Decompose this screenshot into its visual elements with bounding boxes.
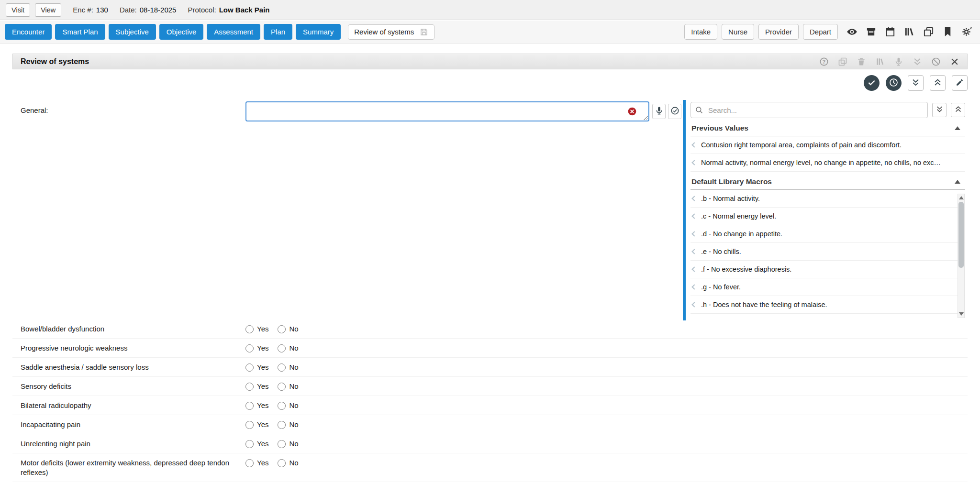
search-input[interactable] bbox=[690, 102, 928, 118]
yes-radio[interactable] bbox=[245, 363, 254, 372]
no-radio[interactable] bbox=[278, 459, 286, 467]
microphone-icon[interactable] bbox=[894, 57, 903, 66]
macros-scrollbar[interactable] bbox=[958, 194, 965, 318]
yes-no-group: Yes No bbox=[245, 363, 299, 372]
macros-header[interactable]: Default Library Macros bbox=[690, 175, 965, 190]
edit-button[interactable] bbox=[952, 75, 968, 91]
eye-icon[interactable] bbox=[846, 26, 858, 37]
confirm-button[interactable] bbox=[668, 104, 681, 119]
stage-buttons: IntakeNurseProviderDepart bbox=[684, 24, 838, 40]
active-form-tab[interactable]: Review of systems bbox=[348, 24, 434, 40]
macro-item[interactable]: .g - No fever. bbox=[690, 278, 965, 296]
nav-button[interactable]: Plan bbox=[264, 24, 292, 40]
resize-handle[interactable] bbox=[643, 115, 648, 120]
panel-expand-all-button[interactable] bbox=[951, 103, 965, 117]
copy-icon[interactable] bbox=[923, 26, 934, 37]
yes-radio[interactable] bbox=[245, 383, 254, 391]
section-header-icons: ? bbox=[819, 57, 959, 66]
nav-button[interactable]: Assessment bbox=[207, 24, 260, 40]
no-radio[interactable] bbox=[278, 344, 286, 352]
nav-button[interactable]: Objective bbox=[159, 24, 204, 40]
settings-icon[interactable] bbox=[961, 26, 972, 37]
macro-item[interactable]: .c - Normal energy level. bbox=[690, 208, 965, 225]
form-action-buttons bbox=[864, 75, 968, 91]
toolbar-icons bbox=[846, 26, 972, 37]
no-radio[interactable] bbox=[278, 383, 286, 391]
dictate-button[interactable] bbox=[652, 104, 666, 119]
no-radio[interactable] bbox=[278, 440, 286, 448]
no-radio[interactable] bbox=[278, 325, 286, 333]
yes-radio[interactable] bbox=[245, 402, 254, 410]
nav-button[interactable]: Subjective bbox=[109, 24, 156, 40]
stage-button[interactable]: Intake bbox=[684, 24, 717, 40]
stage-button[interactable]: Depart bbox=[803, 24, 838, 40]
library-icon[interactable] bbox=[875, 57, 885, 66]
view-button[interactable]: View bbox=[35, 3, 61, 17]
general-field-label: General: bbox=[21, 106, 48, 114]
macro-text: .f - No excessive diaphoresis. bbox=[701, 265, 791, 273]
general-field-input[interactable] bbox=[245, 101, 649, 121]
protocol-value: Low Back Pain bbox=[219, 6, 270, 14]
scrollbar-thumb[interactable] bbox=[958, 202, 964, 268]
microphone-icon bbox=[655, 106, 664, 117]
history-icon bbox=[889, 77, 899, 89]
collapse-all-button[interactable] bbox=[908, 75, 924, 91]
macro-item[interactable]: .b - Normal activity. bbox=[690, 190, 965, 208]
page-title: Review of systems bbox=[21, 57, 89, 66]
yes-radio[interactable] bbox=[245, 421, 254, 429]
no-radio[interactable] bbox=[278, 363, 286, 372]
block-icon[interactable] bbox=[931, 57, 941, 66]
insert-left-icon bbox=[691, 231, 697, 236]
no-label: No bbox=[289, 439, 298, 449]
yes-radio[interactable] bbox=[245, 440, 254, 448]
insert-left-icon bbox=[691, 142, 697, 147]
archive-icon[interactable] bbox=[866, 26, 877, 37]
macro-text: .d - No change in appetite. bbox=[701, 230, 782, 238]
collapse-icon[interactable] bbox=[955, 180, 960, 184]
previous-value-item[interactable]: Contusion right temporal area, complaint… bbox=[690, 136, 965, 154]
expand-all-button[interactable] bbox=[930, 75, 946, 91]
yes-no-group: Yes No bbox=[245, 420, 299, 429]
stage-button[interactable]: Provider bbox=[758, 24, 799, 40]
scroll-up-icon[interactable] bbox=[959, 196, 964, 199]
visit-button[interactable]: Visit bbox=[6, 3, 30, 17]
previous-values-header[interactable]: Previous Values bbox=[690, 121, 965, 136]
copy-icon[interactable] bbox=[838, 57, 847, 66]
bookmark-icon[interactable] bbox=[942, 26, 953, 37]
scroll-down-icon[interactable] bbox=[959, 312, 964, 316]
yes-radio[interactable] bbox=[245, 344, 254, 352]
expand-all-icon bbox=[933, 78, 942, 88]
library-icon[interactable] bbox=[904, 26, 915, 37]
clear-icon[interactable] bbox=[627, 107, 637, 116]
date-label: Date: bbox=[120, 6, 137, 14]
trash-icon[interactable] bbox=[857, 57, 866, 66]
stage-button[interactable]: Nurse bbox=[722, 24, 754, 40]
yes-label: Yes bbox=[257, 382, 268, 391]
macro-item[interactable]: .e - No chills. bbox=[690, 243, 965, 261]
collapse-all-icon[interactable] bbox=[913, 57, 922, 66]
complete-button[interactable] bbox=[864, 75, 880, 91]
no-radio[interactable] bbox=[278, 421, 286, 429]
no-label: No bbox=[289, 363, 298, 372]
yes-no-group: Yes No bbox=[245, 439, 299, 449]
help-icon[interactable]: ? bbox=[819, 57, 829, 66]
question-label: Bilateral radiculopathy bbox=[21, 401, 231, 410]
nav-button[interactable]: Encounter bbox=[5, 24, 52, 40]
close-icon[interactable] bbox=[950, 57, 959, 66]
previous-value-item[interactable]: Normal activity, normal energy level, no… bbox=[690, 154, 965, 172]
macro-item[interactable]: .f - No excessive diaphoresis. bbox=[690, 261, 965, 278]
macro-item[interactable]: .d - No change in appetite. bbox=[690, 225, 965, 243]
nav-button[interactable]: Summary bbox=[296, 24, 341, 40]
nav-button[interactable]: Smart Plan bbox=[55, 24, 105, 40]
panel-collapse-all-button[interactable] bbox=[932, 103, 947, 117]
protocol: Protocol: Low Back Pain bbox=[188, 6, 269, 14]
question-label: Bowel/bladder dysfunction bbox=[21, 324, 231, 334]
yes-radio[interactable] bbox=[245, 325, 254, 333]
questions-list: Bowel/bladder dysfunction Yes No Progres… bbox=[12, 319, 968, 482]
history-button[interactable] bbox=[886, 75, 902, 91]
no-radio[interactable] bbox=[278, 402, 286, 410]
macro-item[interactable]: .h - Does not have the feeling of malais… bbox=[690, 296, 965, 314]
collapse-icon[interactable] bbox=[955, 126, 960, 130]
calendar-icon[interactable] bbox=[885, 26, 896, 37]
yes-radio[interactable] bbox=[245, 459, 254, 467]
